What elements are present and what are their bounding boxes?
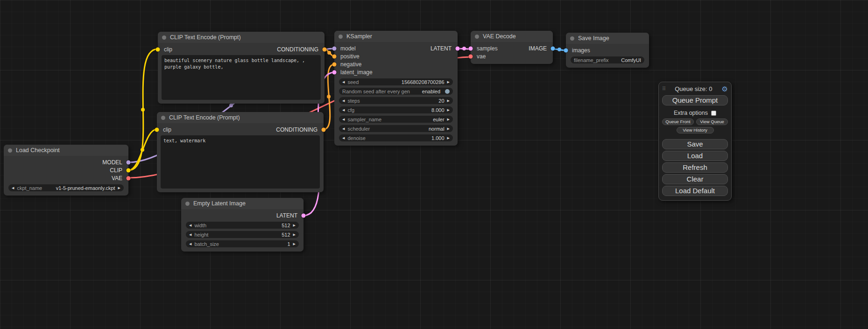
decrement-arrow-icon[interactable]: ◀ bbox=[189, 242, 191, 245]
collapse-dot[interactable] bbox=[162, 35, 166, 40]
extra-options-checkbox[interactable] bbox=[711, 111, 716, 116]
queue-front-button[interactable]: Queue Front bbox=[662, 119, 694, 125]
collapse-dot[interactable] bbox=[161, 116, 165, 120]
output-slot-latent[interactable] bbox=[302, 213, 306, 217]
increment-arrow-icon[interactable]: ▶ bbox=[447, 118, 450, 121]
node-title: KSampler bbox=[346, 33, 372, 40]
input-slot-vae[interactable] bbox=[469, 54, 473, 58]
drag-handle-icon[interactable]: ⠿ bbox=[662, 86, 665, 92]
node-title-bar[interactable]: CLIP Text Encode (Prompt) bbox=[157, 112, 324, 123]
increment-arrow-icon[interactable]: ▶ bbox=[293, 242, 296, 245]
node-title-bar[interactable]: CLIP Text Encode (Prompt) bbox=[158, 32, 325, 43]
decrement-arrow-icon[interactable]: ◀ bbox=[189, 233, 191, 236]
input-slot-images[interactable] bbox=[564, 48, 568, 52]
decrement-arrow-icon[interactable]: ◀ bbox=[12, 186, 14, 189]
width-widget[interactable]: ◀ width 512 ▶ bbox=[186, 222, 299, 229]
random-seed-toggle[interactable]: Random seed after every gen enabled bbox=[339, 88, 453, 95]
output-slot-latent[interactable] bbox=[456, 46, 460, 50]
widget-value: 512 bbox=[282, 223, 290, 228]
output-slot-conditioning[interactable] bbox=[322, 127, 326, 132]
menu-header: ⠿ Queue size: 0 ⚙ bbox=[662, 84, 728, 94]
collapse-dot[interactable] bbox=[8, 148, 12, 153]
increment-arrow-icon[interactable]: ▶ bbox=[293, 224, 296, 227]
node-clip-text-encode-negative[interactable]: CLIP Text Encode (Prompt) clip CONDITION… bbox=[157, 112, 324, 192]
node-clip-text-encode-positive[interactable]: CLIP Text Encode (Prompt) clip CONDITION… bbox=[158, 32, 325, 104]
queue-prompt-button[interactable]: Queue Prompt bbox=[662, 95, 728, 105]
height-widget[interactable]: ◀ height 512 ▶ bbox=[186, 231, 299, 238]
input-slot-clip[interactable] bbox=[156, 47, 160, 51]
widget-value: 1 bbox=[287, 241, 290, 247]
node-title: VAE Decode bbox=[483, 33, 516, 40]
node-vae-decode[interactable]: VAE Decode samples IMAGE vae bbox=[471, 31, 553, 64]
collapse-dot[interactable] bbox=[570, 36, 574, 41]
steps-widget[interactable]: ◀ steps 20 ▶ bbox=[339, 97, 453, 104]
output-label-conditioning: CONDITIONING bbox=[277, 46, 318, 53]
increment-arrow-icon[interactable]: ▶ bbox=[447, 108, 450, 112]
increment-arrow-icon[interactable]: ▶ bbox=[118, 186, 120, 189]
seed-widget[interactable]: ◀ seed 156680208700286 ▶ bbox=[339, 78, 453, 85]
positive-prompt-textarea[interactable]: beautiful scenery nature glass bottle la… bbox=[162, 55, 321, 100]
refresh-button[interactable]: Refresh bbox=[662, 162, 728, 173]
input-slot-positive[interactable] bbox=[332, 54, 337, 58]
view-history-button[interactable]: View History bbox=[677, 127, 714, 133]
collapse-dot[interactable] bbox=[185, 202, 190, 206]
widget-value: euler bbox=[433, 117, 444, 122]
input-slot-latent-image[interactable] bbox=[332, 70, 337, 74]
decrement-arrow-icon[interactable]: ◀ bbox=[342, 127, 345, 130]
node-title-bar[interactable]: VAE Decode bbox=[471, 31, 553, 42]
batch-size-widget[interactable]: ◀ batch_size 1 ▶ bbox=[186, 240, 299, 247]
input-label-images: images bbox=[572, 47, 590, 54]
input-label-model: model bbox=[340, 45, 356, 52]
filename-prefix-widget[interactable]: filename_prefix ComfyUI bbox=[571, 56, 644, 63]
save-button[interactable]: Save bbox=[662, 139, 728, 149]
collapse-dot[interactable] bbox=[339, 35, 343, 39]
output-label-conditioning: CONDITIONING bbox=[276, 126, 318, 133]
input-slot-clip[interactable] bbox=[155, 127, 159, 132]
node-save-image[interactable]: Save Image images filename_prefix ComfyU… bbox=[566, 33, 649, 68]
node-title-bar[interactable]: KSampler bbox=[334, 31, 458, 42]
input-slot-negative[interactable] bbox=[332, 62, 337, 66]
load-default-button[interactable]: Load Default bbox=[662, 186, 728, 196]
decrement-arrow-icon[interactable]: ◀ bbox=[342, 99, 345, 102]
decrement-arrow-icon[interactable]: ◀ bbox=[189, 224, 191, 227]
sampler-name-widget[interactable]: ◀ sampler_name euler ▶ bbox=[339, 116, 453, 123]
node-title-bar[interactable]: Save Image bbox=[566, 33, 649, 44]
settings-gear-icon[interactable]: ⚙ bbox=[722, 85, 728, 92]
increment-arrow-icon[interactable]: ▶ bbox=[293, 233, 296, 236]
input-label-positive: positive bbox=[340, 53, 360, 60]
input-slot-samples[interactable] bbox=[469, 46, 473, 50]
toggle-dot-icon[interactable] bbox=[445, 89, 450, 94]
increment-arrow-icon[interactable]: ▶ bbox=[447, 136, 450, 140]
node-title-bar[interactable]: Load Checkpoint bbox=[4, 145, 128, 156]
load-button[interactable]: Load bbox=[662, 151, 728, 161]
wire-midpoint-dot bbox=[327, 51, 331, 55]
output-slot-conditioning[interactable] bbox=[323, 47, 327, 51]
view-queue-button[interactable]: View Queue bbox=[696, 119, 728, 125]
node-empty-latent-image[interactable]: Empty Latent Image LATENT ◀ width 512 ▶ … bbox=[181, 198, 303, 252]
scheduler-widget[interactable]: ◀ scheduler normal ▶ bbox=[339, 125, 453, 132]
output-slot-clip[interactable] bbox=[127, 168, 131, 172]
ckpt-name-widget[interactable]: ◀ ckpt_name v1-5-pruned-emaonly.ckpt ▶ bbox=[8, 184, 124, 191]
decrement-arrow-icon[interactable]: ◀ bbox=[342, 108, 345, 112]
increment-arrow-icon[interactable]: ▶ bbox=[447, 99, 450, 102]
node-load-checkpoint[interactable]: Load Checkpoint MODEL CLIP VAE ◀ ckpt_na… bbox=[4, 145, 128, 196]
denoise-widget[interactable]: ◀ denoise 1.000 ▶ bbox=[339, 134, 453, 141]
decrement-arrow-icon[interactable]: ◀ bbox=[342, 80, 345, 84]
output-slot-image[interactable] bbox=[551, 46, 555, 50]
decrement-arrow-icon[interactable]: ◀ bbox=[342, 118, 345, 121]
decrement-arrow-icon[interactable]: ◀ bbox=[342, 136, 345, 140]
cfg-widget[interactable]: ◀ cfg 8.000 ▶ bbox=[339, 106, 453, 113]
node-title-bar[interactable]: Empty Latent Image bbox=[181, 198, 303, 209]
clear-button[interactable]: Clear bbox=[662, 174, 728, 184]
wire-midpoint-dot bbox=[462, 47, 466, 50]
node-ksampler[interactable]: KSampler model LATENT positive negative … bbox=[334, 31, 458, 146]
output-slot-vae[interactable] bbox=[127, 176, 131, 180]
collapse-dot[interactable] bbox=[475, 35, 479, 39]
output-slot-model[interactable] bbox=[127, 160, 131, 164]
negative-prompt-textarea[interactable]: text, watermark bbox=[161, 135, 320, 189]
increment-arrow-icon[interactable]: ▶ bbox=[447, 127, 450, 130]
increment-arrow-icon[interactable]: ▶ bbox=[447, 80, 450, 84]
input-slot-model[interactable] bbox=[332, 46, 337, 50]
output-label-latent: LATENT bbox=[276, 212, 297, 219]
wire-midpoint-dot bbox=[141, 108, 145, 112]
